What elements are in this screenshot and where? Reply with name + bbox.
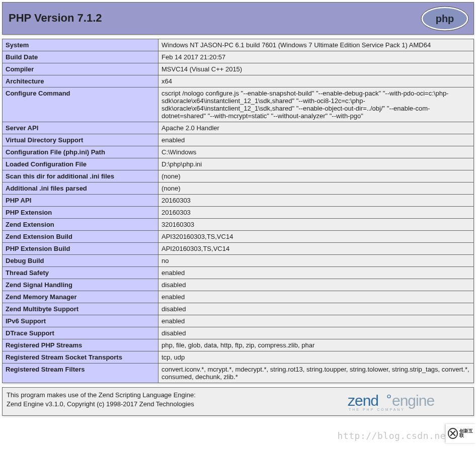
info-key: Zend Extension Build — [3, 231, 158, 243]
table-row: PHP API20160303 — [3, 195, 474, 207]
info-value: php, file, glob, data, http, ftp, zip, c… — [158, 339, 474, 351]
zend-engine-box: This program makes use of the Zend Scrip… — [2, 387, 474, 416]
info-key: Registered Stream Filters — [3, 364, 158, 383]
info-key: Zend Extension — [3, 219, 158, 231]
zend-line2: Zend Engine v3.1.0, Copyright (c) 1998-2… — [7, 400, 194, 408]
table-row: DTrace Supportdisabled — [3, 327, 474, 339]
table-row: IPv6 Supportenabled — [3, 315, 474, 327]
info-value: (none) — [158, 183, 474, 195]
table-row: Zend Extension320160303 — [3, 219, 474, 231]
info-value: MSVC14 (Visual C++ 2015) — [158, 63, 474, 75]
header-table: PHP Version 7.1.2 php — [2, 2, 474, 35]
table-row: CompilerMSVC14 (Visual C++ 2015) — [3, 63, 474, 75]
info-key: DTrace Support — [3, 327, 158, 339]
info-key: Scan this dir for additional .ini files — [3, 170, 158, 183]
info-value: 20160303 — [158, 195, 474, 207]
info-value: enabled — [158, 315, 474, 327]
zend-cell: This program makes use of the Zend Scrip… — [3, 388, 474, 416]
info-value: C:\Windows — [158, 146, 474, 158]
info-key: Zend Multibyte Support — [3, 303, 158, 315]
info-key: Loaded Configuration File — [3, 158, 158, 170]
info-key: PHP Extension — [3, 207, 158, 219]
table-row: Scan this dir for additional .ini files(… — [3, 170, 474, 183]
info-key: Zend Memory Manager — [3, 291, 158, 303]
phpinfo-table: SystemWindows NT JASON-PC 6.1 build 7601… — [2, 39, 474, 383]
info-value: no — [158, 255, 474, 267]
table-row: Build DateFeb 14 2017 21:20:57 — [3, 51, 474, 63]
info-key: Thread Safety — [3, 267, 158, 279]
info-value: disabled — [158, 327, 474, 339]
info-value: disabled — [158, 279, 474, 291]
info-key: Build Date — [3, 51, 158, 63]
info-value: enabled — [158, 291, 474, 303]
header-cell: PHP Version 7.1.2 php — [3, 3, 474, 35]
table-row: Registered PHP Streamsphp, file, glob, d… — [3, 339, 474, 351]
svg-text:zend: zend — [348, 392, 378, 408]
svg-text:THE PHP COMPANY: THE PHP COMPANY — [349, 407, 405, 411]
table-row: Additional .ini files parsed(none) — [3, 183, 474, 195]
info-key: PHP Extension Build — [3, 243, 158, 255]
php-logo-text: php — [436, 13, 454, 24]
info-key: Compiler — [3, 63, 158, 75]
info-value: x64 — [158, 75, 474, 87]
info-key: Debug Build — [3, 255, 158, 267]
table-row: SystemWindows NT JASON-PC 6.1 build 7601… — [3, 39, 474, 51]
info-value: enabled — [158, 267, 474, 279]
table-row: Zend Extension BuildAPI320160303,TS,VC14 — [3, 231, 474, 243]
table-row: Registered Stream Filtersconvert.iconv.*… — [3, 364, 474, 383]
info-key: Architecture — [3, 75, 158, 87]
php-logo-icon: php — [420, 6, 469, 32]
info-value: API320160303,TS,VC14 — [158, 231, 474, 243]
table-row: Architecturex64 — [3, 75, 474, 87]
info-value: cscript /nologo configure.js "--enable-s… — [158, 87, 474, 122]
table-row: PHP Extension20160303 — [3, 207, 474, 219]
info-value: 320160303 — [158, 219, 474, 231]
info-key: IPv6 Support — [3, 315, 158, 327]
table-row: Zend Memory Managerenabled — [3, 291, 474, 303]
info-key: PHP API — [3, 195, 158, 207]
table-row: Registered Stream Socket Transportstcp, … — [3, 351, 474, 364]
table-row: PHP Extension BuildAPI20160303,TS,VC14 — [3, 243, 474, 255]
info-value: Feb 14 2017 21:20:57 — [158, 51, 474, 63]
zend-line1: This program makes use of the Zend Scrip… — [7, 391, 196, 399]
table-row: Zend Signal Handlingdisabled — [3, 279, 474, 291]
info-value: API20160303,TS,VC14 — [158, 243, 474, 255]
info-key: Registered PHP Streams — [3, 339, 158, 351]
table-row: Thread Safetyenabled — [3, 267, 474, 279]
info-key: Additional .ini files parsed — [3, 183, 158, 195]
info-key: Server API — [3, 122, 158, 134]
info-value: Apache 2.0 Handler — [158, 122, 474, 134]
info-key: System — [3, 39, 158, 51]
zend-logo-icon: zend engine THE PHP COMPANY — [348, 390, 468, 413]
table-row: Debug Buildno — [3, 255, 474, 267]
info-value: enabled — [158, 134, 474, 146]
svg-text:engine: engine — [392, 392, 434, 408]
table-row: Server APIApache 2.0 Handler — [3, 122, 474, 134]
table-row: Configure Commandcscript /nologo configu… — [3, 87, 474, 122]
info-value: convert.iconv.*, mcrypt.*, mdecrypt.*, s… — [158, 364, 474, 383]
table-row: Loaded Configuration FileD:\php\php.ini — [3, 158, 474, 170]
info-value: (none) — [158, 170, 474, 183]
table-row: Zend Multibyte Supportdisabled — [3, 303, 474, 315]
info-value: disabled — [158, 303, 474, 315]
info-key: Zend Signal Handling — [3, 279, 158, 291]
info-key: Virtual Directory Support — [3, 134, 158, 146]
table-row: Virtual Directory Supportenabled — [3, 134, 474, 146]
page-title: PHP Version 7.1.2 — [3, 3, 108, 34]
info-value: 20160303 — [158, 207, 474, 219]
table-row: Configuration File (php.ini) PathC:\Wind… — [3, 146, 474, 158]
info-value: tcp, udp — [158, 351, 474, 364]
info-value: Windows NT JASON-PC 6.1 build 7601 (Wind… — [158, 39, 474, 51]
info-key: Registered Stream Socket Transports — [3, 351, 158, 364]
info-key: Configure Command — [3, 87, 158, 122]
info-key: Configuration File (php.ini) Path — [3, 146, 158, 158]
info-value: D:\php\php.ini — [158, 158, 474, 170]
svg-point-3 — [387, 395, 390, 398]
